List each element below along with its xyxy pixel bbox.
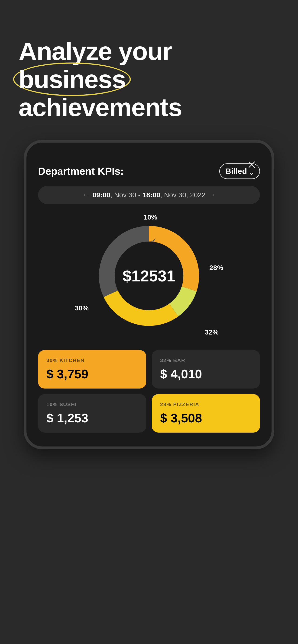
date-separator: - <box>136 191 143 199</box>
pizzeria-label: 28% Pizzeria <box>160 402 251 408</box>
pct-sushi: 10% <box>143 213 157 221</box>
donut-container: 10% 28% 32% 30% $12531 <box>89 216 209 336</box>
close-button[interactable] <box>246 159 258 170</box>
pct-pizzeria: 28% <box>209 264 223 272</box>
donut-total: $12531 <box>123 267 175 285</box>
pizzeria-value: $ 3,508 <box>160 411 251 425</box>
start-time: 09:00 <box>92 191 110 199</box>
date-range[interactable]: ← 09:00, Nov 30 - 18:00, Nov 30, 2022 → <box>38 186 260 204</box>
phone-frame: Department KPIs: Billed ← 09:00, Nov 30 … <box>24 140 274 449</box>
kpi-header: Department KPIs: Billed <box>36 164 262 179</box>
kitchen-value: $ 3,759 <box>47 367 138 381</box>
kpi-title: Department KPIs: <box>38 166 124 177</box>
hero-line2: achievements <box>19 93 182 122</box>
sushi-card: 10% Sushi $ 1,253 <box>38 394 146 432</box>
date-left-arrow[interactable]: ← <box>82 191 89 199</box>
phone-notch <box>117 142 181 154</box>
hero-title: Analyze your business achievements <box>19 37 279 121</box>
pct-kitchen: 30% <box>75 304 89 312</box>
cards-grid: 30% Kitchen $ 3,759 32% Bar $ 4,010 10% … <box>36 350 262 432</box>
sushi-value: $ 1,253 <box>47 411 138 425</box>
date-text: 09:00, Nov 30 - 18:00, Nov 30, 2022 <box>92 191 205 199</box>
kitchen-label: 30% Kitchen <box>47 358 138 364</box>
start-date: , Nov 30 <box>110 191 136 199</box>
business-wrapper: business <box>19 65 126 93</box>
hero-line1: Analyze your <box>19 37 172 65</box>
date-right-arrow[interactable]: → <box>209 191 216 199</box>
bar-card: 32% Bar $ 4,010 <box>152 350 260 388</box>
chart-area: 10% 28% 32% 30% $12531 <box>36 216 262 336</box>
kitchen-card: 30% Kitchen $ 3,759 <box>38 350 146 388</box>
phone-container: Department KPIs: Billed ← 09:00, Nov 30 … <box>19 140 279 449</box>
business-text: business <box>19 65 126 94</box>
end-time: 18:00 <box>143 191 160 199</box>
pizzeria-card: 28% Pizzeria $ 3,508 <box>152 394 260 432</box>
end-date: , Nov 30, 2022 <box>160 191 205 199</box>
billed-label: Billed <box>225 167 247 176</box>
hero-section: Analyze your business achievements <box>19 37 279 121</box>
sushi-label: 10% Sushi <box>47 402 138 408</box>
bar-label: 32% Bar <box>160 358 251 364</box>
pct-bar: 32% <box>205 328 219 336</box>
donut-center: $12531 <box>123 267 175 285</box>
page-container: Analyze your business achievements De <box>0 0 298 644</box>
bar-value: $ 4,010 <box>160 367 251 381</box>
